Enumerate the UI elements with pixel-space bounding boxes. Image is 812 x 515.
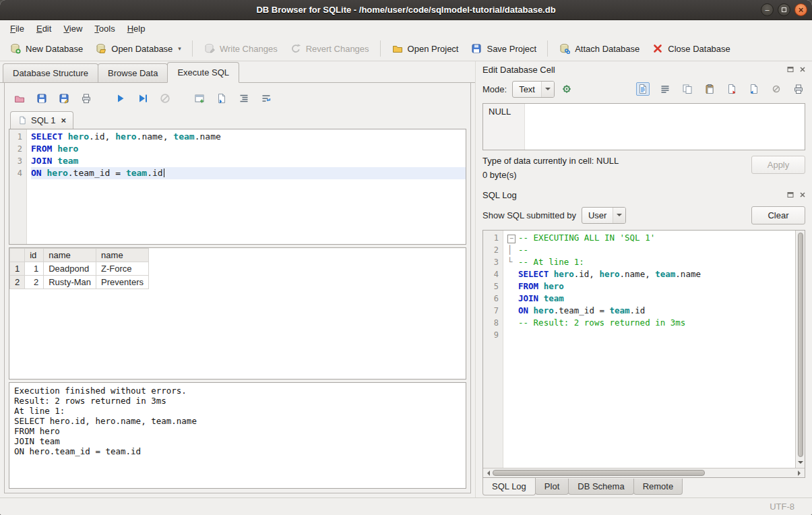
execute-all-icon[interactable]	[114, 92, 127, 105]
save-project-button[interactable]: Save Project	[465, 40, 542, 57]
combo-arrow-icon[interactable]	[541, 82, 554, 97]
open-database-icon	[95, 42, 107, 55]
execute-current-line-icon[interactable]	[136, 92, 150, 105]
scroll-right-arrow[interactable]	[795, 468, 805, 477]
close-window-button[interactable]: ×	[794, 3, 807, 16]
scroll-left-arrow[interactable]	[483, 468, 493, 477]
binary-mode-icon[interactable]	[658, 82, 672, 96]
paste-icon[interactable]	[703, 82, 716, 96]
dock-tab-plot[interactable]: Plot	[535, 479, 569, 495]
menu-help[interactable]: Help	[121, 22, 152, 35]
line-number: 2	[486, 244, 499, 256]
open-project-button[interactable]: Open Project	[386, 40, 464, 57]
apply-button[interactable]: Apply	[751, 156, 805, 174]
log-vertical-scrollbar[interactable]	[795, 231, 805, 468]
open-project-label: Open Project	[408, 44, 459, 54]
menu-tools[interactable]: Tools	[88, 22, 121, 35]
attach-database-icon	[559, 42, 571, 55]
editor-code-area[interactable]: SELECT hero.id, hero.name, team.nameFROM…	[27, 129, 466, 244]
new-database-button[interactable]: New Database	[4, 40, 88, 57]
open-sql-file-icon[interactable]	[13, 92, 26, 105]
sql-log-float-icon[interactable]	[786, 191, 794, 199]
log-filter-combobox[interactable]: User	[582, 207, 626, 224]
log-horizontal-scrollbar[interactable]	[483, 468, 805, 477]
print-icon[interactable]	[80, 92, 93, 105]
copy-icon[interactable]	[681, 82, 694, 96]
write-changes-button[interactable]: Write Changes	[198, 40, 283, 57]
mode-combobox[interactable]: Text	[512, 81, 555, 98]
sql-log-title: SQL Log	[482, 190, 517, 200]
cell[interactable]: Deadpond	[44, 262, 96, 276]
dock-tabbar: SQL LogPlotDB SchemaRemote	[476, 479, 812, 497]
cell-editor[interactable]: NULL	[482, 103, 805, 150]
save-sql-as-icon[interactable]	[57, 92, 71, 105]
line-number: 6	[486, 293, 499, 305]
results-column-header[interactable]: name	[44, 249, 96, 262]
vertical-scroll-thumb[interactable]	[798, 233, 803, 457]
export-data-icon[interactable]	[725, 82, 739, 96]
cell[interactable]: Z-Force	[96, 262, 149, 276]
log-line: -- EXECUTING ALL IN 'SQL 1'	[507, 232, 795, 244]
edit-cell-float-icon[interactable]	[786, 65, 794, 73]
log-line: FROM hero	[507, 280, 795, 293]
toolbar-separator	[380, 40, 381, 57]
results-column-header[interactable]: id	[25, 249, 44, 262]
line-number: 1	[12, 131, 22, 143]
open-database-dropdown-icon[interactable]: ▾	[178, 45, 181, 52]
dock-tab-sql-log[interactable]: SQL Log	[482, 478, 536, 495]
close-database-button[interactable]: Close Database	[646, 40, 736, 57]
auto-format-icon[interactable]	[237, 92, 251, 105]
row-number[interactable]: 2	[10, 276, 25, 289]
horizontal-scroll-thumb[interactable]	[493, 470, 705, 476]
dock-tab-remote[interactable]: Remote	[633, 479, 683, 495]
fold-start-icon[interactable]	[507, 232, 518, 244]
results-corner-cell[interactable]	[10, 249, 25, 262]
edit-cell-close-icon[interactable]	[799, 65, 807, 73]
clear-button[interactable]: Clear	[751, 206, 805, 224]
word-wrap-icon[interactable]	[259, 92, 273, 105]
print-icon[interactable]	[792, 82, 805, 96]
menu-file[interactable]: File	[4, 22, 30, 35]
left-panel: Database StructureBrowse DataExecute SQL…	[0, 61, 475, 497]
dock-tab-db-schema[interactable]: DB Schema	[568, 479, 633, 495]
menu-edit[interactable]: Edit	[30, 22, 57, 35]
sql-editor[interactable]: 1234 SELECT hero.id, hero.name, team.nam…	[9, 129, 466, 245]
set-null-icon[interactable]	[770, 82, 783, 96]
combo-arrow-icon[interactable]	[613, 208, 625, 223]
save-sql-file-icon[interactable]	[35, 92, 49, 105]
sql-tab-close-icon[interactable]: ×	[61, 115, 66, 125]
minimize-button[interactable]: –	[761, 3, 774, 16]
text-mode-icon[interactable]	[636, 82, 650, 96]
import-data-icon[interactable]	[747, 82, 761, 96]
tab-browse-data[interactable]: Browse Data	[98, 63, 168, 82]
open-in-app-icon[interactable]	[560, 82, 573, 96]
open-database-button[interactable]: Open Database▾	[90, 40, 187, 57]
cell[interactable]: 2	[25, 276, 44, 289]
results-column-header[interactable]: name	[96, 249, 149, 262]
tab-database-structure[interactable]: Database Structure	[3, 63, 98, 82]
cell[interactable]: Preventers	[96, 276, 149, 289]
maximize-button[interactable]	[778, 3, 790, 16]
editor-line-number-gutter: 1234	[9, 129, 27, 244]
results-table: idnamename11DeadpondZ-Force22Rusty-ManPr…	[9, 248, 149, 289]
row-number[interactable]: 1	[10, 262, 25, 276]
line-number: 7	[486, 305, 499, 317]
sql-file-tab[interactable]: SQL 1×	[10, 111, 73, 129]
cell-editor-body[interactable]	[525, 104, 805, 150]
attach-database-button[interactable]: Attach Database	[553, 40, 645, 57]
stop-icon[interactable]	[158, 92, 172, 105]
cell[interactable]: Rusty-Man	[44, 276, 96, 289]
window-controls: – ×	[761, 3, 807, 16]
sql-log-view[interactable]: 123456789 -- EXECUTING ALL IN 'SQL 1'---…	[483, 231, 795, 468]
new-tab-icon[interactable]	[193, 92, 206, 105]
log-line: JOIN team	[507, 293, 795, 305]
scroll-down-arrow[interactable]	[796, 459, 805, 468]
menu-view[interactable]: View	[57, 22, 88, 35]
line-number: 9	[486, 329, 499, 341]
sql-log-close-icon[interactable]	[799, 191, 807, 199]
tab-execute-sql[interactable]: Execute SQL	[167, 62, 239, 83]
cell[interactable]: 1	[25, 262, 44, 276]
open-in-new-tab-icon[interactable]	[215, 92, 228, 105]
titlebar[interactable]: DB Browser for SQLite - /home/user/code/…	[0, 0, 812, 20]
revert-changes-button[interactable]: Revert Changes	[284, 40, 375, 57]
